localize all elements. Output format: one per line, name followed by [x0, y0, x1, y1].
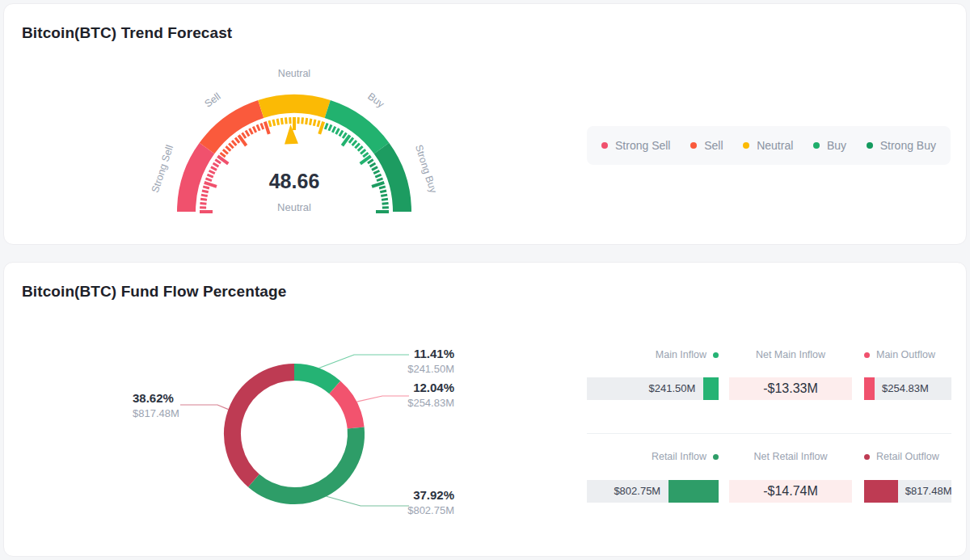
donut-leader-retail-inflow	[327, 496, 409, 506]
donut-leader-retail-outflow	[180, 405, 228, 410]
donut-label-amount: $802.75M	[407, 504, 454, 516]
gauge-tick	[375, 175, 381, 177]
gauge-axis-label-neutral: Neutral	[278, 68, 310, 79]
gauge-tick	[226, 146, 230, 151]
retail-inflow-value: $802.75M	[614, 480, 660, 503]
retail-inflow-label: Retail Inflow	[587, 451, 719, 462]
gauge-tick	[349, 138, 353, 143]
legend-item-label: Neutral	[757, 139, 793, 152]
gauge-tick	[370, 163, 376, 166]
gauge-tick	[211, 167, 217, 171]
gauge-tick	[332, 127, 335, 133]
legend-item-neutral[interactable]: Neutral	[743, 139, 793, 152]
gauge-tick	[336, 128, 340, 134]
legend-item-label: Strong Sell	[615, 139, 670, 152]
gauge-segment-strong-buy	[382, 149, 402, 212]
gauge-tick	[355, 143, 360, 148]
gauge-tick	[319, 122, 323, 134]
fund-flow-stats: Main InflowNet Main InflowMain Outflow$2…	[587, 263, 951, 556]
gauge-tick	[361, 149, 365, 154]
gauge-tick	[250, 128, 253, 134]
trend-legend: Strong SellSellNeutralBuyStrong Buy	[587, 126, 951, 165]
gauge-tick	[377, 179, 382, 181]
gauge-tick	[257, 124, 259, 130]
legend-item-sell[interactable]: Sell	[690, 139, 723, 152]
legend-item-buy[interactable]: Buy	[813, 139, 846, 152]
stat-label-row: Main InflowNet Main InflowMain Outflow	[587, 349, 951, 360]
gauge-segment-neutral	[261, 104, 328, 110]
gauge-tick	[352, 141, 356, 145]
gauge-tick	[261, 123, 264, 128]
donut-label-percent: 37.92%	[407, 488, 454, 502]
gauge-needle	[285, 124, 298, 144]
donut-leader-main-outflow	[356, 396, 409, 402]
retail-outflow-label: Retail Outflow	[864, 451, 951, 462]
gauge-tick	[343, 133, 346, 138]
main-inflow-value: $241.50M	[649, 377, 696, 400]
gauge-tick	[253, 127, 255, 133]
gauge-tick	[201, 195, 208, 196]
stat-label-row: Retail InflowNet Retail InflowRetail Out…	[587, 451, 951, 462]
legend-dot-icon	[601, 142, 608, 149]
donut-label-amount: $241.50M	[407, 363, 454, 375]
gauge-tick	[318, 120, 319, 127]
gauge-tick	[382, 204, 389, 204]
main-outflow-bar-fill	[864, 377, 875, 400]
gauge-tick	[202, 191, 209, 192]
gauge-tick	[213, 163, 219, 166]
gauge-tick	[325, 123, 327, 128]
fund-flow-card-title: Bitcoin(BTC) Fund Flow Percentage	[22, 283, 286, 301]
legend-dot-icon	[690, 142, 697, 149]
gauge-tick	[381, 195, 387, 196]
trend-forecast-card: Bitcoin(BTC) Trend Forecast Strong SellS…	[3, 3, 967, 245]
retail-outflow-bar-fill	[864, 480, 898, 503]
gauge-tick	[286, 117, 287, 124]
trend-gauge: Strong SellSellNeutralBuyStrong Buy 48.6…	[4, 4, 966, 244]
donut-label-percent: 11.41%	[407, 347, 454, 360]
legend-item-label: Strong Buy	[880, 139, 936, 152]
gauge-value: 48.66	[269, 170, 320, 193]
gauge-tick	[207, 175, 213, 177]
gauge-tick	[379, 187, 386, 188]
stat-label-text: Retail Outflow	[876, 451, 939, 462]
donut-label-amount: $254.83M	[407, 397, 454, 409]
gauge-tick	[329, 124, 331, 130]
gauge-tick	[358, 146, 363, 151]
gauge-tick	[209, 171, 215, 173]
main-inflow-label: Main Inflow	[587, 349, 719, 360]
gauge-tick	[265, 122, 269, 134]
donut-label-main-outflow: 12.04% $254.83M	[407, 381, 454, 409]
donut-label-main-inflow: 11.41% $241.50M	[407, 347, 454, 375]
donut-slice-main-outflow	[335, 387, 356, 427]
inflow-dot-icon	[713, 352, 719, 358]
gauge-tick	[368, 160, 373, 163]
gauge-tick	[235, 138, 239, 143]
gauge-tick	[200, 204, 206, 204]
gauge-tick	[373, 171, 379, 173]
gauge-tick	[340, 131, 343, 137]
stat-label-text: Retail Inflow	[652, 451, 706, 462]
net-retail-inflow-label: Net Retail Inflow	[729, 451, 852, 462]
main-outflow-bar: $254.83M	[864, 377, 951, 400]
legend-dot-icon	[867, 142, 873, 149]
gauge-tick	[277, 119, 278, 125]
gauge-tick	[223, 149, 228, 154]
legend-item-strong-buy[interactable]: Strong Buy	[867, 139, 936, 152]
gauge-tick	[281, 118, 282, 124]
net-value: -$14.74M	[763, 484, 818, 499]
net-retail-inflow-bar: -$14.74M	[729, 480, 852, 503]
gauge-tick	[372, 167, 377, 171]
net-value: -$13.33M	[763, 381, 818, 396]
legend-item-strong-sell[interactable]: Strong Sell	[601, 139, 670, 152]
donut-slice-main-inflow	[294, 373, 335, 388]
legend-item-label: Sell	[704, 139, 723, 152]
gauge-tick	[269, 120, 271, 127]
donut-slice-retail-outflow	[233, 373, 295, 481]
gauge-status-label: Neutral	[277, 201, 311, 213]
stat-bar-row: $802.75M-$14.74M$817.48M	[587, 480, 951, 503]
donut-label-retail-inflow: 37.92% $802.75M	[407, 488, 454, 516]
gauge-tick	[372, 183, 384, 187]
donut-label-percent: 38.62%	[133, 391, 179, 405]
legend-item-label: Buy	[827, 139, 846, 152]
donut-label-retail-outflow: 38.62% $817.48M	[133, 391, 179, 419]
